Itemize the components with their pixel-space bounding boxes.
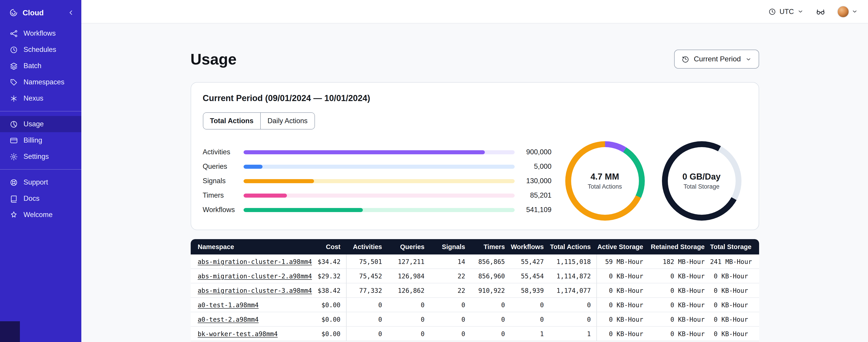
tab-total-actions[interactable]: Total Actions bbox=[203, 113, 260, 129]
donut-center: 0 GB/DayTotal Storage bbox=[662, 141, 741, 220]
column-header-namespace: Namespace bbox=[190, 239, 312, 254]
namespace-cell: abs-migration-cluster-3.a98mm4 bbox=[190, 283, 312, 298]
sidebar-item-workflows[interactable]: Workflows bbox=[0, 25, 81, 41]
bar-fill bbox=[243, 150, 485, 154]
sidebar-divider bbox=[0, 169, 81, 170]
table-cell: 55,454 bbox=[510, 269, 549, 283]
glasses-icon[interactable] bbox=[815, 6, 826, 16]
table-cell: $29.32 bbox=[312, 269, 346, 283]
sidebar-item-usage[interactable]: Usage bbox=[0, 116, 81, 132]
namespace-link[interactable]: a0-test-2.a98mm4 bbox=[198, 316, 259, 323]
main-area: UTC Usage Current Period bbox=[81, 0, 868, 342]
bar-row: Queries5,000 bbox=[203, 163, 552, 171]
account-menu[interactable] bbox=[837, 6, 858, 18]
table-cell: 0 bbox=[346, 298, 388, 312]
sidebar-item-welcome[interactable]: Welcome bbox=[0, 207, 81, 223]
nexus-icon bbox=[9, 94, 18, 103]
table-row: abs-migration-cluster-3.a98mm4$38.4277,3… bbox=[190, 283, 759, 298]
bar-value: 541,109 bbox=[515, 206, 552, 214]
bar-track bbox=[243, 165, 515, 169]
table-cell: 126,984 bbox=[388, 269, 430, 283]
timezone-selector[interactable]: UTC bbox=[768, 7, 804, 15]
chevron-down-icon bbox=[851, 8, 858, 15]
table-cell: 0 KB-Hour bbox=[649, 327, 710, 341]
table-cell: 0 KB-Hour bbox=[710, 312, 759, 327]
bar-row: Timers85,201 bbox=[203, 191, 552, 199]
sidebar-item-namespaces[interactable]: Namespaces bbox=[0, 74, 81, 90]
sidebar-collapse-icon[interactable] bbox=[67, 8, 75, 17]
topbar: UTC bbox=[81, 0, 868, 24]
table-cell: 910,922 bbox=[471, 283, 510, 298]
actions-bar-chart: Activities900,000Queries5,000Signals130,… bbox=[203, 148, 552, 214]
app-window: Cloud WorkflowsSchedulesBatchNamespacesN… bbox=[0, 0, 868, 342]
bar-track bbox=[243, 150, 515, 154]
table-cell: 0 KB-Hour bbox=[596, 327, 649, 341]
table-cell: 0 KB-Hour bbox=[710, 327, 759, 341]
namespace-link[interactable]: bk-worker-test.a98mm4 bbox=[198, 330, 278, 337]
bar-fill bbox=[243, 179, 314, 183]
table-cell: 0 KB-Hour bbox=[649, 312, 710, 327]
bar-track bbox=[243, 193, 515, 197]
table-cell: 0 bbox=[346, 312, 388, 327]
donut-chart-total-storage: 0 GB/DayTotal Storage bbox=[662, 141, 741, 220]
column-header-timers: Timers bbox=[471, 239, 510, 254]
card-title: Current Period (09/01/2024 — 10/01/2024) bbox=[203, 93, 747, 103]
sidebar-item-label: Docs bbox=[24, 195, 39, 203]
table-cell: 0 KB-Hour bbox=[710, 298, 759, 312]
temporal-logo-icon bbox=[9, 8, 18, 17]
table-cell: 0 KB-Hour bbox=[596, 283, 649, 298]
bar-value: 130,000 bbox=[515, 177, 552, 185]
bar-track bbox=[243, 179, 515, 183]
table-cell: 0 KB-Hour bbox=[596, 269, 649, 283]
namespace-link[interactable]: abs-migration-cluster-1.a98mm4 bbox=[198, 258, 312, 265]
table-cell: $34.42 bbox=[312, 254, 346, 269]
table-cell: 1,114,872 bbox=[549, 269, 596, 283]
usage-icon bbox=[9, 120, 18, 128]
sidebar-item-settings[interactable]: Settings bbox=[0, 148, 81, 165]
namespaces-icon bbox=[9, 78, 18, 87]
sidebar-item-nexus[interactable]: Nexus bbox=[0, 90, 81, 106]
namespace-link[interactable]: abs-migration-cluster-3.a98mm4 bbox=[198, 287, 312, 294]
table-cell: 0 bbox=[471, 327, 510, 341]
table-cell: 0 KB-Hour bbox=[710, 283, 759, 298]
donut-center-value: 0 GB/Day bbox=[683, 172, 721, 182]
bar-label: Queries bbox=[203, 163, 243, 171]
bar-row: Signals130,000 bbox=[203, 177, 552, 185]
sidebar-item-billing[interactable]: Billing bbox=[0, 132, 81, 148]
period-dropdown-button[interactable]: Current Period bbox=[674, 49, 759, 69]
sidebar-item-label: Nexus bbox=[24, 94, 43, 102]
table-cell: 1 bbox=[549, 327, 596, 341]
avatar bbox=[837, 6, 849, 18]
table-cell: 22 bbox=[430, 283, 471, 298]
sidebar-item-docs[interactable]: Docs bbox=[0, 191, 81, 207]
table-cell: $38.42 bbox=[312, 283, 346, 298]
bar-fill bbox=[243, 165, 262, 169]
table-cell: 0 KB-Hour bbox=[710, 269, 759, 283]
table-cell: 0 KB-Hour bbox=[649, 298, 710, 312]
table-cell: $0.00 bbox=[312, 312, 346, 327]
welcome-icon bbox=[9, 210, 18, 219]
table-cell: 14 bbox=[430, 254, 471, 269]
bar-fill bbox=[243, 193, 287, 197]
sidebar-item-schedules[interactable]: Schedules bbox=[0, 41, 81, 58]
namespace-link[interactable]: a0-test-1.a98mm4 bbox=[198, 301, 259, 308]
table-cell: 0 KB-Hour bbox=[596, 298, 649, 312]
sidebar-item-label: Workflows bbox=[24, 29, 56, 37]
namespace-cell: a0-test-1.a98mm4 bbox=[190, 298, 312, 312]
donut-center: 4.7 MMTotal Actions bbox=[565, 141, 645, 220]
bar-label: Activities bbox=[203, 148, 243, 156]
namespace-link[interactable]: abs-migration-cluster-2.a98mm4 bbox=[198, 272, 312, 279]
table-cell: 0 bbox=[346, 327, 388, 341]
sidebar-item-label: Schedules bbox=[24, 45, 56, 54]
sidebar-item-support[interactable]: Support bbox=[0, 174, 81, 191]
sidebar-nav: WorkflowsSchedulesBatchNamespacesNexusUs… bbox=[0, 25, 81, 223]
bar-row: Activities900,000 bbox=[203, 148, 552, 156]
table-cell: 0 bbox=[430, 312, 471, 327]
table-cell: 1,174,077 bbox=[549, 283, 596, 298]
batch-icon bbox=[9, 62, 18, 70]
chevron-down-icon bbox=[797, 8, 804, 15]
settings-icon bbox=[9, 152, 18, 161]
tab-daily-actions[interactable]: Daily Actions bbox=[260, 113, 314, 129]
sidebar-item-batch[interactable]: Batch bbox=[0, 58, 81, 74]
namespace-usage-table: NamespaceCostActivitiesQueriesSignalsTim… bbox=[190, 239, 759, 341]
